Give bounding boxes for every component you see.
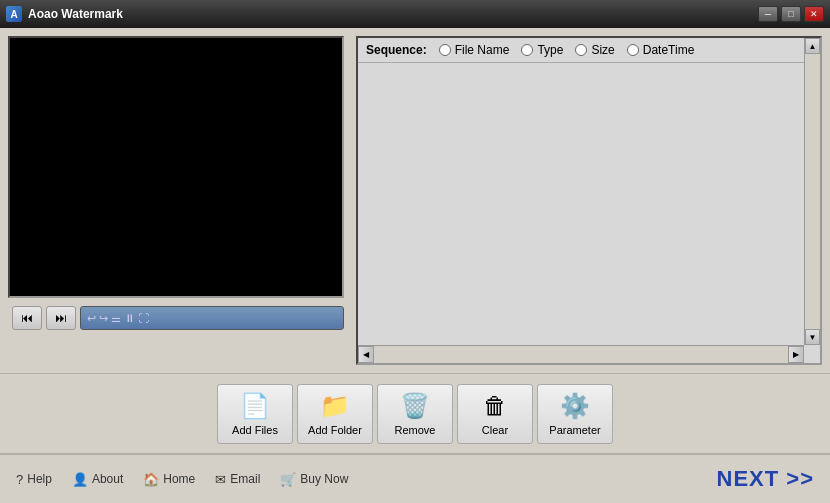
close-button[interactable]: ✕ <box>804 6 824 22</box>
horizontal-scrollbar[interactable]: ◀ ▶ <box>358 345 804 363</box>
buynow-label: Buy Now <box>300 472 348 486</box>
filelist-panel: Sequence: File Name Type Size DateTime <box>356 36 822 365</box>
parameter-label: Parameter <box>549 424 600 436</box>
add-folder-icon: 📁 <box>320 392 350 420</box>
pb-icon1: ↩ <box>87 312 96 325</box>
bottom-links: ? Help 👤 About 🏠 Home ✉ Email 🛒 Buy Now <box>16 472 348 487</box>
clear-button[interactable]: 🗑 Clear <box>457 384 533 444</box>
h-scrollbar-track[interactable] <box>374 346 788 363</box>
scroll-down-arrow[interactable]: ▼ <box>805 329 820 345</box>
buynow-link[interactable]: 🛒 Buy Now <box>280 472 348 487</box>
pb-icon3: ⚌ <box>111 312 121 325</box>
help-icon: ? <box>16 472 23 487</box>
app-icon: A <box>6 6 22 22</box>
minimize-button[interactable]: ─ <box>758 6 778 22</box>
sequence-datetime[interactable]: DateTime <box>627 43 695 57</box>
sequence-filename[interactable]: File Name <box>439 43 510 57</box>
clear-label: Clear <box>482 424 508 436</box>
top-section: ⏮ ⏭ ↩ ↪ ⚌ ⏸ ⛶ Sequence: Fil <box>0 28 830 373</box>
remove-button[interactable]: 🗑️ Remove <box>377 384 453 444</box>
radio-type[interactable] <box>521 44 533 56</box>
home-label: Home <box>163 472 195 486</box>
pb-icon4: ⏸ <box>124 312 135 324</box>
preview-canvas <box>8 36 344 298</box>
email-icon: ✉ <box>215 472 226 487</box>
about-label: About <box>92 472 123 486</box>
sequence-type-label: Type <box>537 43 563 57</box>
pb-icon5: ⛶ <box>138 312 149 324</box>
home-icon: 🏠 <box>143 472 159 487</box>
clear-icon: 🗑 <box>483 392 507 420</box>
help-label: Help <box>27 472 52 486</box>
next-button[interactable]: ⏭ <box>46 306 76 330</box>
home-link[interactable]: 🏠 Home <box>143 472 195 487</box>
about-link[interactable]: 👤 About <box>72 472 123 487</box>
scroll-left-arrow[interactable]: ◀ <box>358 346 374 363</box>
add-folder-button[interactable]: 📁 Add Folder <box>297 384 373 444</box>
pb-icon2: ↪ <box>99 312 108 325</box>
bottom-bar: ? Help 👤 About 🏠 Home ✉ Email 🛒 Buy Now … <box>0 453 830 503</box>
titlebar-controls: ─ □ ✕ <box>758 6 824 22</box>
add-files-label: Add Files <box>232 424 278 436</box>
sequence-type[interactable]: Type <box>521 43 563 57</box>
add-files-icon: 📄 <box>240 392 270 420</box>
remove-icon: 🗑️ <box>400 392 430 420</box>
preview-controls: ⏮ ⏭ ↩ ↪ ⚌ ⏸ ⛶ <box>8 304 348 332</box>
buynow-icon: 🛒 <box>280 472 296 487</box>
app-title: Aoao Watermark <box>28 7 123 21</box>
next-button[interactable]: NEXT >> <box>717 466 814 492</box>
titlebar: A Aoao Watermark ─ □ ✕ <box>0 0 830 28</box>
sequence-bar: Sequence: File Name Type Size DateTime <box>358 38 820 63</box>
about-icon: 👤 <box>72 472 88 487</box>
email-link[interactable]: ✉ Email <box>215 472 260 487</box>
next-icon: ⏭ <box>55 311 67 325</box>
radio-filename[interactable] <box>439 44 451 56</box>
email-label: Email <box>230 472 260 486</box>
progress-bar[interactable]: ↩ ↪ ⚌ ⏸ ⛶ <box>80 306 344 330</box>
prev-icon: ⏮ <box>21 311 33 325</box>
parameter-icon: ⚙️ <box>560 392 590 420</box>
main-area: ⏮ ⏭ ↩ ↪ ⚌ ⏸ ⛶ Sequence: Fil <box>0 28 830 503</box>
help-link[interactable]: ? Help <box>16 472 52 487</box>
sequence-label: Sequence: <box>366 43 427 57</box>
radio-datetime[interactable] <box>627 44 639 56</box>
sequence-size[interactable]: Size <box>575 43 614 57</box>
vertical-scrollbar[interactable]: ▲ ▼ <box>804 38 820 345</box>
sequence-filename-label: File Name <box>455 43 510 57</box>
scroll-up-arrow[interactable]: ▲ <box>805 38 820 54</box>
titlebar-left: A Aoao Watermark <box>6 6 123 22</box>
add-files-button[interactable]: 📄 Add Files <box>217 384 293 444</box>
radio-size[interactable] <box>575 44 587 56</box>
maximize-button[interactable]: □ <box>781 6 801 22</box>
remove-label: Remove <box>395 424 436 436</box>
sequence-datetime-label: DateTime <box>643 43 695 57</box>
toolbar: 📄 Add Files 📁 Add Folder 🗑️ Remove 🗑 Cle… <box>0 373 830 453</box>
preview-panel: ⏮ ⏭ ↩ ↪ ⚌ ⏸ ⛶ <box>8 36 348 365</box>
add-folder-label: Add Folder <box>308 424 362 436</box>
parameter-button[interactable]: ⚙️ Parameter <box>537 384 613 444</box>
filelist-area[interactable] <box>358 63 820 363</box>
scroll-right-arrow[interactable]: ▶ <box>788 346 804 363</box>
sequence-size-label: Size <box>591 43 614 57</box>
prev-button[interactable]: ⏮ <box>12 306 42 330</box>
